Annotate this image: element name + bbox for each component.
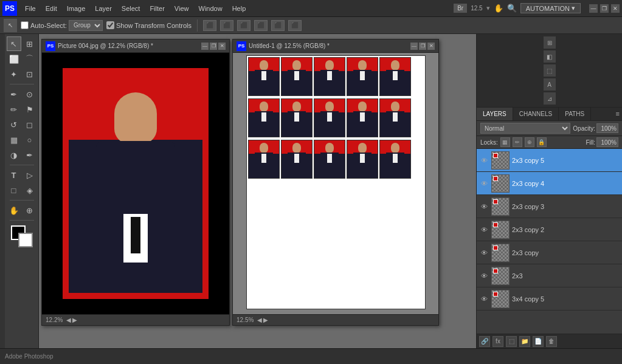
opacity-input[interactable]	[596, 123, 618, 133]
doc2-close[interactable]: ✕	[427, 43, 435, 50]
lock-image-btn[interactable]: ✏	[513, 137, 522, 147]
text-tool-btn[interactable]: T	[7, 168, 21, 182]
bridge-btn[interactable]: Br	[454, 4, 467, 13]
layer-eye-icon[interactable]: 👁	[479, 248, 489, 258]
menu-image[interactable]: Image	[63, 4, 90, 13]
blend-mode-select[interactable]: Normal	[480, 123, 570, 134]
gradient-tool-btn[interactable]: ▦	[7, 132, 21, 147]
doc1-restore[interactable]: ❐	[210, 43, 217, 50]
panel-icon-1[interactable]: ⊞	[544, 36, 556, 49]
doc1-minimize[interactable]: —	[201, 43, 209, 50]
automation-button[interactable]: AUTOMATION▾	[520, 3, 581, 13]
layer-eye-icon[interactable]: 👁	[479, 225, 489, 235]
brush-tool-btn[interactable]: ✏	[7, 102, 21, 117]
layer-item[interactable]: 👁2x3 copy	[477, 241, 622, 264]
path-select-btn[interactable]: ▷	[22, 168, 37, 182]
dodge-tool-btn[interactable]: ◑	[7, 148, 21, 162]
background-color[interactable]	[18, 233, 33, 247]
tab-paths[interactable]: PATHS	[559, 108, 591, 120]
link-layers-btn[interactable]: 🔗	[479, 336, 490, 347]
pen-tool-btn[interactable]: ✒	[22, 148, 37, 162]
add-mask-btn[interactable]: ⬚	[506, 336, 517, 347]
doc2-minimize[interactable]: —	[410, 43, 418, 50]
menu-view[interactable]: View	[170, 4, 193, 13]
shape-tool-btn[interactable]: □	[7, 183, 21, 197]
lock-all-btn[interactable]: 🔒	[537, 137, 547, 147]
zoom-tool-btn[interactable]: ⊕	[22, 203, 37, 218]
doc1-close[interactable]: ✕	[218, 43, 226, 50]
menu-layer[interactable]: Layer	[91, 4, 116, 13]
quick-select-btn[interactable]: ✦	[7, 67, 21, 81]
menu-window[interactable]: Window	[195, 4, 227, 13]
layer-eye-icon[interactable]: 👁	[479, 156, 489, 165]
auto-select-checkbox[interactable]	[21, 21, 29, 29]
layer-eye-icon[interactable]: 👁	[479, 179, 489, 188]
eyedropper-tool-btn[interactable]: ✒	[7, 87, 21, 101]
menu-filter[interactable]: Filter	[145, 4, 168, 13]
crop-tool-btn[interactable]: ⊡	[22, 67, 37, 81]
hand-tool-icon[interactable]: ✋	[494, 4, 503, 13]
tab-layers[interactable]: LAYERS	[477, 108, 513, 120]
doc2-restore[interactable]: ❐	[419, 43, 426, 50]
layer-item[interactable]: 👁2x3	[477, 264, 622, 287]
search-icon[interactable]: 🔍	[507, 4, 517, 13]
move-tool-btn[interactable]: ↖	[7, 36, 21, 51]
doc2-title: Untitled-1 @ 12.5% (RGB/8) *	[249, 43, 408, 49]
clone-stamp-btn[interactable]: ⚑	[22, 102, 37, 117]
minimize-button[interactable]: —	[589, 4, 598, 13]
show-transform-checkbox[interactable]	[106, 21, 114, 29]
layer-eye-icon[interactable]: 👁	[479, 202, 489, 211]
3d-tool-btn[interactable]: ◈	[22, 183, 37, 197]
spot-heal-btn[interactable]: ⊙	[22, 87, 37, 101]
layer-thumbnail	[491, 267, 510, 285]
layer-item[interactable]: 👁2x3 copy 4	[477, 172, 622, 195]
marquee-tool-btn[interactable]: ⬜	[7, 52, 21, 66]
fx-btn[interactable]: fx	[492, 336, 503, 347]
align-center-btn[interactable]: ⬛	[220, 20, 233, 31]
panel-icon-3[interactable]: ⬚	[544, 64, 556, 77]
align-right-btn[interactable]: ⬛	[237, 20, 251, 31]
artboard-tool-btn[interactable]: ⊞	[22, 36, 37, 51]
layer-item[interactable]: 👁2x3 copy 5	[477, 149, 622, 172]
left-panel-handle[interactable]	[0, 34, 5, 348]
layer-item[interactable]: 👁2x3 copy 2	[477, 218, 622, 241]
layer-eye-icon[interactable]: 👁	[479, 294, 489, 304]
panel-icon-5[interactable]: ⊿	[544, 92, 556, 105]
eraser-tool-btn[interactable]: ◻	[22, 117, 37, 132]
lock-transparency-btn[interactable]: ▦	[500, 137, 510, 147]
close-button[interactable]: ✕	[611, 4, 620, 13]
hand-tool-btn[interactable]: ✋	[7, 203, 21, 218]
menu-file[interactable]: File	[21, 4, 40, 13]
layer-eye-icon[interactable]: 👁	[479, 271, 489, 281]
menu-help[interactable]: Help	[228, 4, 251, 13]
auto-select-dropdown[interactable]: Group Layer	[69, 20, 103, 31]
restore-button[interactable]: ❐	[600, 4, 609, 13]
lasso-tool-btn[interactable]: ⌒	[22, 52, 37, 66]
align-middle-btn[interactable]: ⬛	[271, 20, 285, 31]
fill-input[interactable]	[596, 137, 618, 147]
tab-channels[interactable]: CHANNELS	[513, 108, 559, 120]
color-boxes[interactable]	[11, 225, 33, 247]
align-bottom-btn[interactable]: ⬛	[288, 20, 302, 31]
menu-select[interactable]: Select	[117, 4, 145, 13]
menu-edit[interactable]: Edit	[41, 4, 61, 13]
panel-icon-2[interactable]: ◧	[544, 50, 556, 63]
align-top-btn[interactable]: ⬛	[254, 20, 268, 31]
doc1-canvas	[42, 53, 229, 314]
new-layer-btn[interactable]: 📄	[533, 336, 544, 347]
layer-item[interactable]: 👁3x4 copy 5	[477, 287, 622, 311]
history-brush-btn[interactable]: ↺	[7, 117, 21, 132]
move-tool-icon[interactable]: ↖	[4, 19, 17, 32]
align-left-btn[interactable]: ⬛	[203, 20, 216, 31]
panel-menu-btn[interactable]: ≡	[613, 108, 622, 120]
delete-layer-btn[interactable]: 🗑	[546, 336, 557, 347]
doc1-nav-right[interactable]: ▶	[72, 317, 77, 323]
new-group-btn[interactable]: 📁	[519, 336, 530, 347]
panel-icon-4[interactable]: A	[544, 78, 556, 91]
layer-item[interactable]: 👁2x3 copy 3	[477, 195, 622, 218]
doc2-nav-right[interactable]: ▶	[263, 317, 268, 323]
blur-tool-btn[interactable]: ○	[22, 132, 37, 147]
lock-position-btn[interactable]: ⊕	[525, 137, 534, 147]
doc1-nav-left[interactable]: ◀	[66, 317, 71, 323]
doc2-nav-left[interactable]: ◀	[257, 317, 262, 323]
